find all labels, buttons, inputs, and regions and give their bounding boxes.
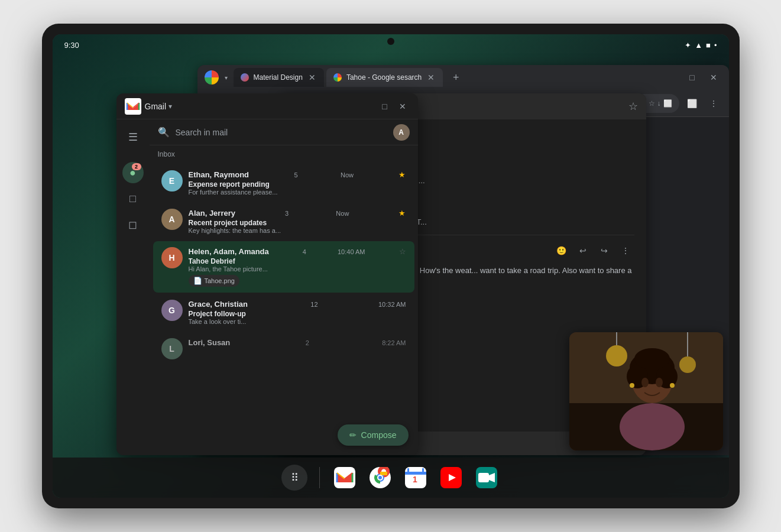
chrome-logo-icon: [205, 70, 219, 85]
sidebar-inbox-icon[interactable]: ● 2: [122, 162, 144, 183]
email-time-helen: 10:40 AM: [338, 248, 365, 255]
video-person-display: [569, 332, 723, 450]
email-star-ethan[interactable]: ★: [398, 170, 406, 179]
search-input[interactable]: [176, 128, 387, 137]
gmail-menu-icon[interactable]: ☰: [122, 126, 144, 148]
svg-point-17: [679, 356, 696, 373]
forward-button[interactable]: ↪: [595, 242, 613, 259]
email-preview-grace: Take a look over ti...: [189, 318, 406, 325]
svg-rect-38: [422, 468, 424, 473]
taskbar-gmail-icon[interactable]: [332, 465, 358, 491]
email-avatar-lori-list: L: [161, 338, 183, 359]
email-subject-grace: Project follow-up: [189, 310, 406, 318]
more-actions-button[interactable]: ⋮: [617, 242, 634, 259]
taskbar-divider: [319, 467, 320, 488]
video-person-svg: [569, 332, 723, 450]
email-count-lori: 2: [306, 339, 309, 346]
gmail-titlebar: Gmail ▾ □ ✕: [116, 93, 418, 119]
gmail-sidebar: ☰ ● 2 □ ◻: [116, 119, 150, 455]
search-icon: 🔍: [158, 126, 170, 138]
user-avatar[interactable]: A: [393, 124, 410, 141]
reply-button[interactable]: ↩: [574, 242, 592, 259]
download-icon[interactable]: ↓: [657, 99, 661, 108]
email-item-alan[interactable]: A Alan, Jerrery 3 Now ★ Recent project u…: [153, 203, 414, 240]
tab-material-close[interactable]: ✕: [307, 73, 317, 82]
svg-point-28: [670, 383, 675, 388]
chrome-tab-material[interactable]: Material Design ✕: [234, 68, 324, 87]
attachment-filename: Tahoe.png: [205, 277, 235, 284]
svg-rect-37: [407, 468, 409, 473]
svg-point-15: [606, 345, 627, 366]
email-subject-helen: Tahoe Debrief: [189, 257, 406, 265]
chrome-taskbar-icon: [370, 467, 391, 488]
email-content-lori-list: Lori, Susan 2 8:22 AM: [189, 338, 406, 347]
email-list: 🔍 A Inbox E Ethan, Raymond 5 Now: [150, 119, 418, 455]
email-content-ethan: Ethan, Raymond 5 Now ★ Expense report pe…: [189, 170, 406, 196]
svg-text:1: 1: [413, 475, 417, 484]
chrome-dropdown-icon[interactable]: ▾: [225, 74, 228, 81]
email-avatar-alan: A: [161, 209, 183, 230]
chrome-window-controls: □ ✕: [684, 69, 722, 86]
email-item-ethan[interactable]: E Ethan, Raymond 5 Now ★ Expense report …: [153, 164, 414, 202]
gmail-maximize-button[interactable]: □: [378, 99, 392, 113]
compose-button[interactable]: ✏ Compose: [338, 424, 409, 446]
new-tab-button[interactable]: +: [448, 69, 464, 86]
email-preview-ethan: For further assistance please...: [189, 189, 406, 196]
taskbar-meet-icon[interactable]: [474, 465, 500, 491]
bookmark-icon[interactable]: ☆: [649, 99, 655, 108]
chrome-menu-button[interactable]: ⋮: [705, 95, 722, 112]
emoji-react-button[interactable]: 🙂: [553, 242, 571, 259]
email-avatar-helen: H: [161, 247, 183, 268]
tab-tahoe-close[interactable]: ✕: [426, 73, 436, 82]
chrome-minimize-button[interactable]: □: [684, 69, 701, 86]
chrome-close-button[interactable]: ✕: [705, 69, 722, 86]
gmail-app-name: Gmail: [145, 102, 167, 111]
gmail-body: ☰ ● 2 □ ◻ 🔍 A: [116, 119, 418, 455]
email-content-grace: Grace, Christian 12 10:32 AM Project fol…: [189, 300, 406, 325]
all-apps-icon: ⠿: [291, 471, 299, 484]
calendar-taskbar-icon: 1: [405, 467, 426, 488]
email-avatar-grace: G: [161, 300, 183, 321]
taskbar-calendar-icon[interactable]: 1: [403, 465, 429, 491]
gmail-chevron-icon[interactable]: ▾: [168, 102, 172, 111]
chrome-tab-tahoe[interactable]: Tahoe - Google sesarch ✕: [326, 68, 443, 87]
email-item-lori[interactable]: L Lori, Susan 2 8:22 AM: [153, 332, 414, 365]
email-count-ethan: 5: [294, 171, 298, 179]
extensions-button[interactable]: ⬜: [684, 95, 701, 112]
svg-point-27: [630, 383, 634, 388]
signal-dot: •: [714, 41, 717, 50]
taskbar-youtube-icon[interactable]: [438, 465, 464, 491]
email-preview-alan: Key highlights: the team has a...: [189, 227, 406, 234]
taskbar-chrome-icon[interactable]: [367, 465, 393, 491]
svg-rect-42: [478, 473, 489, 482]
email-star-alan[interactable]: ★: [398, 209, 406, 218]
sidebar-meet-icon[interactable]: ◻: [122, 214, 144, 235]
email-sender-lori: Lori, Susan: [189, 338, 231, 347]
svg-point-24: [620, 403, 685, 450]
gmail-close-button[interactable]: ✕: [396, 99, 410, 113]
gmail-taskbar-icon: [334, 467, 355, 488]
gmail-logo-icon: [125, 98, 141, 115]
status-icons: ✦ ▲ ■ •: [685, 41, 717, 50]
email-attachment-helen[interactable]: 📄 Tahoe.png: [189, 275, 239, 287]
email-star-helen[interactable]: ☆: [399, 247, 406, 256]
taskbar-all-apps[interactable]: ⠿: [281, 465, 307, 491]
taskbar: ⠿: [53, 458, 729, 498]
detail-star-button[interactable]: ☆: [628, 100, 638, 113]
system-time: 9:30: [64, 41, 79, 50]
email-subject-ethan: Expense report pending: [189, 180, 406, 189]
tab-material-title: Material Design: [254, 73, 303, 82]
svg-point-26: [656, 378, 663, 387]
email-item-grace[interactable]: G Grace, Christian 12 10:32 AM Project f…: [153, 294, 414, 331]
email-item-helen[interactable]: H Helen, Adam, Amanda 4 10:40 AM ☆ Tahoe…: [153, 241, 414, 293]
gmail-search-bar[interactable]: 🔍 A: [150, 119, 418, 145]
meet-taskbar-icon: [476, 467, 497, 488]
sidebar-chat-icon[interactable]: □: [122, 188, 144, 209]
email-avatar-ethan: E: [161, 170, 183, 192]
email-subject-alan: Recent project updates: [189, 219, 406, 227]
email-time-ethan: Now: [341, 171, 354, 179]
lori-msg-actions: 🙂 ↩ ↪ ⋮: [553, 242, 634, 259]
cast-icon[interactable]: ⬜: [663, 99, 672, 108]
email-time-lori: 8:22 AM: [382, 339, 406, 346]
material-design-favicon: [241, 73, 249, 82]
